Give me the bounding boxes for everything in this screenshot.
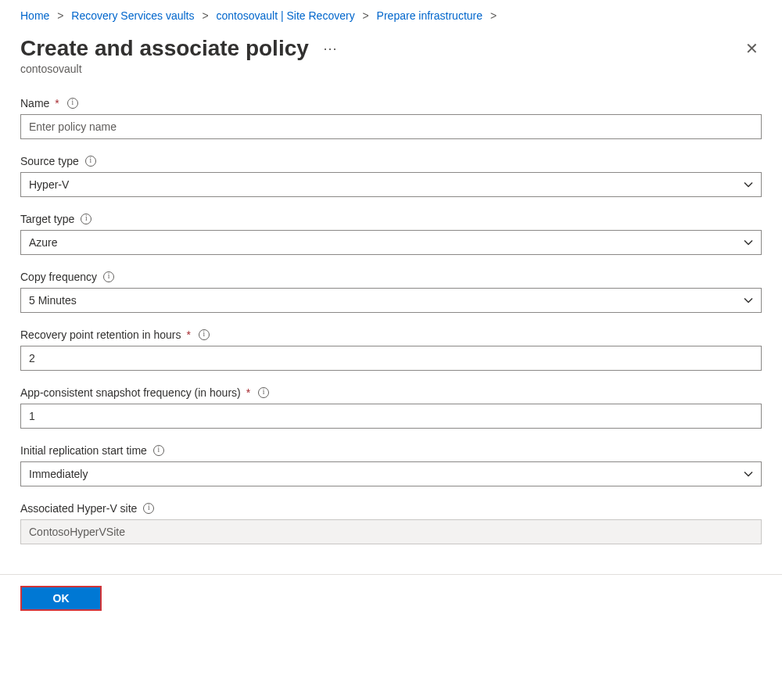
- breadcrumb-vaults[interactable]: Recovery Services vaults: [71, 9, 194, 22]
- initial-replication-select[interactable]: Immediately: [20, 461, 762, 486]
- page-subtitle: contosovault: [20, 63, 762, 75]
- close-icon[interactable]: ✕: [742, 38, 762, 59]
- required-asterisk: *: [246, 386, 250, 399]
- ok-button[interactable]: OK: [22, 587, 100, 609]
- target-type-value: Azure: [29, 236, 58, 249]
- info-icon[interactable]: i: [258, 387, 269, 398]
- info-icon[interactable]: i: [103, 271, 114, 282]
- page-footer: OK: [0, 574, 782, 626]
- chevron-right-icon: >: [57, 9, 63, 22]
- more-icon[interactable]: ⋯: [323, 40, 338, 57]
- page-header: Create and associate policy ⋯ ✕: [20, 36, 762, 61]
- chevron-down-icon: [744, 469, 753, 479]
- info-icon[interactable]: i: [199, 329, 210, 340]
- chevron-right-icon: >: [490, 9, 497, 22]
- required-asterisk: *: [186, 328, 190, 341]
- chevron-down-icon: [744, 180, 753, 189]
- associated-site-label: Associated Hyper-V site: [20, 502, 137, 515]
- name-label: Name: [20, 97, 49, 109]
- initial-replication-label: Initial replication start time: [20, 444, 147, 457]
- source-type-select[interactable]: Hyper-V: [20, 172, 762, 197]
- breadcrumb: Home > Recovery Services vaults > contos…: [20, 0, 762, 36]
- target-type-select[interactable]: Azure: [20, 230, 762, 255]
- info-icon[interactable]: i: [81, 214, 91, 224]
- info-icon[interactable]: i: [143, 503, 154, 514]
- source-type-label: Source type: [20, 155, 79, 167]
- snapshot-label: App-consistent snapshot frequency (in ho…: [20, 386, 241, 399]
- breadcrumb-prepare[interactable]: Prepare infrastructure: [377, 9, 482, 22]
- retention-label: Recovery point retention in hours: [20, 328, 181, 341]
- ok-button-highlight: OK: [20, 586, 102, 611]
- initial-replication-value: Immediately: [29, 468, 88, 480]
- info-icon[interactable]: i: [67, 98, 78, 109]
- breadcrumb-vault[interactable]: contosovault | Site Recovery: [216, 9, 354, 22]
- chevron-down-icon: [744, 238, 753, 247]
- chevron-right-icon: >: [363, 9, 369, 22]
- associated-site-field: ContosoHyperVSite: [20, 519, 762, 544]
- copy-frequency-label: Copy frequency: [20, 271, 97, 283]
- snapshot-input[interactable]: [20, 404, 762, 429]
- associated-site-value: ContosoHyperVSite: [29, 526, 125, 538]
- info-icon[interactable]: i: [153, 445, 164, 456]
- target-type-label: Target type: [20, 213, 74, 225]
- source-type-value: Hyper-V: [29, 178, 69, 191]
- breadcrumb-home[interactable]: Home: [20, 9, 49, 22]
- required-asterisk: *: [55, 97, 59, 109]
- chevron-right-icon: >: [202, 9, 208, 22]
- chevron-down-icon: [744, 296, 753, 305]
- info-icon[interactable]: i: [85, 156, 96, 167]
- copy-frequency-value: 5 Minutes: [29, 294, 77, 307]
- copy-frequency-select[interactable]: 5 Minutes: [20, 288, 762, 313]
- page-title: Create and associate policy: [20, 36, 309, 61]
- retention-input[interactable]: [20, 346, 762, 371]
- name-input[interactable]: [20, 114, 762, 139]
